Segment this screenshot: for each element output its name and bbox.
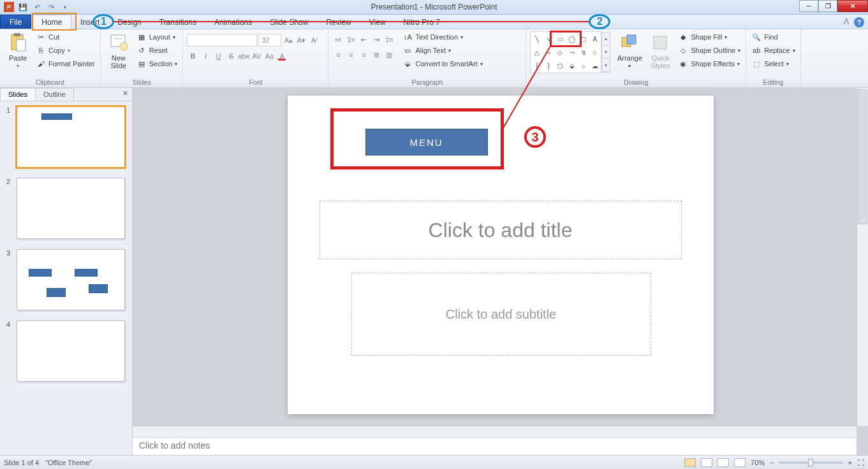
convert-smartart-button[interactable]: ⬙Convert to SmartArt▾: [401, 58, 483, 69]
slide-thumbnail-3[interactable]: [17, 249, 125, 310]
reading-view-button[interactable]: [717, 458, 729, 467]
shape-sun-icon[interactable]: ☼: [578, 59, 589, 72]
tab-slideshow[interactable]: Slide Show: [261, 15, 317, 29]
panel-tab-slides[interactable]: Slides: [0, 88, 36, 101]
tab-view[interactable]: View: [360, 15, 395, 29]
slideshow-view-button[interactable]: [734, 458, 746, 467]
tab-design[interactable]: Design: [108, 15, 150, 29]
case-button[interactable]: Aa: [263, 50, 275, 62]
maximize-button[interactable]: ❐: [818, 0, 837, 12]
minimize-button[interactable]: ─: [799, 0, 818, 12]
shape-triangle-icon[interactable]: △: [531, 46, 542, 59]
menu-shape[interactable]: MENU: [365, 129, 488, 155]
slide-thumbnail-4[interactable]: [17, 321, 125, 382]
undo-icon[interactable]: ↶: [32, 2, 42, 12]
cut-button[interactable]: ✂Cut: [34, 31, 96, 43]
font-color-button[interactable]: A: [276, 50, 288, 62]
section-button[interactable]: ▤Section▾: [135, 58, 179, 69]
layout-button[interactable]: ▦Layout▾: [135, 31, 179, 43]
tab-file[interactable]: File: [0, 15, 31, 29]
slide-canvas[interactable]: MENU Click to add title Click to add sub…: [288, 96, 714, 414]
redo-icon[interactable]: ↷: [46, 2, 56, 12]
sorter-view-button[interactable]: [701, 458, 712, 467]
justify-button[interactable]: ≣: [371, 49, 382, 61]
qat-dropdown-icon[interactable]: ▾: [60, 2, 70, 12]
slide-canvas-area[interactable]: MENU Click to add title Click to add sub…: [133, 88, 868, 426]
paste-button[interactable]: Paste ▾: [4, 31, 32, 69]
title-placeholder[interactable]: Click to add title: [320, 201, 682, 259]
fit-window-button[interactable]: ⛶: [857, 459, 864, 466]
reset-button[interactable]: ↺Reset: [135, 45, 179, 56]
tab-review[interactable]: Review: [317, 15, 360, 29]
select-button[interactable]: ⬚Select▾: [750, 58, 796, 69]
shape-roundrect-icon[interactable]: ▢: [578, 32, 589, 45]
clear-format-icon[interactable]: A⁄: [308, 34, 320, 46]
shape-diamond-icon[interactable]: ◇: [555, 46, 566, 59]
subtitle-placeholder[interactable]: Click to add subtitle: [351, 273, 651, 356]
italic-button[interactable]: I: [200, 50, 211, 62]
bold-button[interactable]: B: [187, 50, 198, 62]
shape-rect-icon[interactable]: ▭: [555, 32, 566, 45]
spacing-button[interactable]: AV: [251, 50, 262, 62]
shape-callout-icon[interactable]: ⬙: [566, 59, 577, 72]
shape-brace-icon[interactable]: {: [531, 59, 542, 72]
numbering-button[interactable]: 1≡: [345, 34, 357, 45]
arrange-button[interactable]: Arrange▾: [615, 31, 644, 69]
tab-transitions[interactable]: Transitions: [151, 15, 205, 29]
notes-pane[interactable]: Click to add notes: [133, 437, 857, 455]
columns-button[interactable]: ▥: [383, 49, 395, 61]
find-button[interactable]: 🔍Find: [750, 31, 796, 43]
shape-fill-button[interactable]: ◆Shape Fill▾: [677, 31, 742, 43]
align-center-button[interactable]: ≡: [345, 49, 357, 61]
shape-hex-icon[interactable]: ⬡: [555, 59, 566, 72]
horizontal-scrollbar[interactable]: [133, 426, 857, 437]
font-size-combo[interactable]: 32: [258, 34, 281, 47]
shape-conn-icon[interactable]: ⤳: [566, 46, 577, 59]
align-text-button[interactable]: ▭Align Text▾: [401, 45, 483, 56]
panel-tab-outline[interactable]: Outline: [35, 88, 74, 101]
shape-outline-button[interactable]: ◇Shape Outline▾: [677, 45, 742, 56]
grow-font-icon[interactable]: A▴: [283, 34, 294, 46]
minimize-ribbon-icon[interactable]: ᐱ: [844, 17, 849, 27]
format-painter-button[interactable]: 🖌Format Painter: [34, 58, 96, 69]
shape-cloud-icon[interactable]: ☁: [589, 59, 600, 72]
shape-textbox-icon[interactable]: A: [589, 32, 600, 45]
shrink-font-icon[interactable]: A▾: [295, 34, 307, 46]
align-right-button[interactable]: ≡: [358, 49, 369, 61]
text-direction-button[interactable]: ↕AText Direction▾: [401, 31, 483, 43]
zoom-in-button[interactable]: +: [848, 459, 852, 466]
shapes-gallery[interactable]: ╲ ↘ ▭ ◯ ▢ A △ ⇨ ◇ ⤳ ↯ ☆ { } ⬡ ⬙ ☼: [530, 31, 601, 73]
copy-button[interactable]: ⎘Copy ▾: [34, 45, 96, 56]
shape-effects-button[interactable]: ◉Shape Effects▾: [677, 58, 742, 69]
shape-brace2-icon[interactable]: }: [543, 59, 554, 72]
tab-insert[interactable]: Insert: [71, 15, 108, 29]
slide-thumbnail-1[interactable]: [17, 106, 125, 168]
tab-home[interactable]: Home: [32, 15, 71, 29]
strike-button[interactable]: S: [225, 50, 237, 62]
slide-thumbnail-2[interactable]: [17, 178, 125, 239]
tab-nitro[interactable]: Nitro Pro 7: [395, 15, 449, 29]
vertical-scrollbar[interactable]: [857, 88, 868, 426]
zoom-out-button[interactable]: −: [770, 459, 774, 466]
replace-button[interactable]: abReplace▾: [750, 45, 796, 56]
tab-animations[interactable]: Animations: [205, 15, 261, 29]
help-icon[interactable]: ?: [854, 17, 864, 27]
panel-close-icon[interactable]: ✕: [119, 88, 132, 101]
new-slide-button[interactable]: New Slide: [105, 31, 133, 69]
line-spacing-button[interactable]: ‡≡: [383, 34, 395, 45]
shapes-scrollbar[interactable]: ▴▾▾: [601, 32, 610, 73]
underline-button[interactable]: U: [212, 50, 224, 62]
dec-indent-button[interactable]: ⇤: [358, 34, 369, 45]
inc-indent-button[interactable]: ⇥: [371, 34, 382, 45]
shape-arrow-icon[interactable]: ↘: [543, 32, 554, 45]
shape-conn2-icon[interactable]: ↯: [578, 46, 589, 59]
shape-star-icon[interactable]: ☆: [589, 46, 600, 59]
shape-oval-icon[interactable]: ◯: [566, 32, 577, 45]
shape-line-icon[interactable]: ╲: [531, 32, 542, 45]
close-button[interactable]: [837, 0, 868, 12]
quick-styles-button[interactable]: Quick Styles: [646, 31, 674, 69]
shadow-button[interactable]: abe: [238, 50, 249, 62]
shape-rarrow-icon[interactable]: ⇨: [543, 46, 554, 59]
font-family-combo[interactable]: [187, 34, 257, 47]
bullets-button[interactable]: •≡: [332, 34, 344, 45]
